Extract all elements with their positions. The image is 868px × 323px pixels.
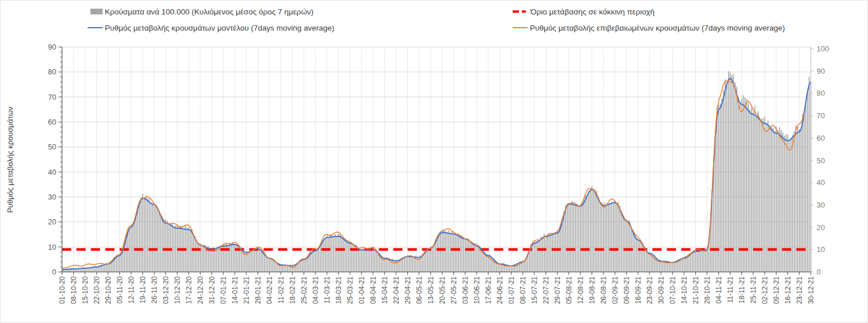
y-right-tick-label: 60 bbox=[817, 134, 825, 142]
daily-bar bbox=[331, 234, 332, 272]
daily-bar bbox=[164, 223, 165, 272]
daily-bar bbox=[619, 205, 620, 272]
x-tick-label: 21-10-21 bbox=[692, 276, 700, 304]
daily-bar bbox=[344, 241, 346, 272]
daily-bar bbox=[475, 243, 476, 272]
daily-bar bbox=[794, 132, 795, 272]
daily-bar bbox=[803, 111, 805, 272]
daily-bar bbox=[249, 251, 251, 272]
y-right-tick-label: 30 bbox=[817, 201, 825, 209]
daily-bar bbox=[308, 257, 309, 272]
daily-bar bbox=[348, 243, 349, 272]
x-tick-label: 15-04-21 bbox=[381, 276, 389, 304]
daily-bar bbox=[537, 242, 539, 272]
daily-bar bbox=[753, 112, 754, 272]
daily-bar bbox=[676, 261, 677, 272]
daily-bar bbox=[786, 134, 787, 272]
daily-bar bbox=[389, 260, 390, 272]
daily-bar bbox=[607, 205, 608, 272]
daily-bar bbox=[169, 223, 170, 272]
daily-bar bbox=[657, 260, 658, 272]
daily-bar bbox=[723, 90, 724, 272]
daily-bar bbox=[156, 205, 157, 272]
x-axis: 01-10-2008-10-2015-10-2022-10-2029-10-20… bbox=[58, 272, 815, 305]
daily-bar bbox=[540, 236, 541, 272]
plot-area: 01-10-2008-10-2015-10-2022-10-2029-10-20… bbox=[1, 1, 868, 323]
daily-bar bbox=[320, 245, 321, 272]
daily-bar bbox=[242, 251, 244, 272]
daily-bar bbox=[534, 242, 535, 272]
daily-bar bbox=[590, 191, 591, 272]
x-tick-label: 18-03-21 bbox=[335, 276, 343, 304]
daily-bar bbox=[615, 201, 616, 272]
y-left-tick-label: 10 bbox=[48, 243, 56, 251]
daily-bar bbox=[638, 239, 639, 272]
daily-bar bbox=[616, 202, 617, 272]
y-left-tick-label: 0 bbox=[52, 268, 56, 276]
x-tick-label: 26-11-20 bbox=[150, 276, 158, 303]
y-right-tick-label: 70 bbox=[817, 111, 825, 120]
daily-bar bbox=[630, 220, 631, 272]
daily-bar bbox=[445, 231, 446, 272]
daily-bar bbox=[740, 103, 741, 272]
daily-bar bbox=[134, 221, 135, 272]
daily-bar bbox=[203, 246, 204, 272]
daily-bar bbox=[365, 250, 366, 272]
daily-bar bbox=[496, 263, 497, 272]
daily-bar bbox=[91, 268, 92, 272]
y-left-tick-label: 40 bbox=[48, 168, 56, 176]
legend-label-model: Ρυθμός μεταβολής κρουσμάτων μοντέλου (7d… bbox=[105, 24, 335, 32]
x-tick-label: 14-10-21 bbox=[680, 276, 688, 304]
daily-bar bbox=[305, 259, 306, 272]
daily-bar bbox=[417, 258, 418, 272]
threshold-legend-marker bbox=[513, 10, 528, 13]
daily-bar bbox=[596, 191, 597, 272]
x-tick-label: 12-08-21 bbox=[577, 276, 585, 304]
x-tick-label: 06-05-21 bbox=[415, 276, 423, 304]
daily-bar bbox=[609, 204, 611, 272]
daily-bar bbox=[275, 263, 276, 272]
daily-bar bbox=[317, 248, 318, 272]
daily-bar bbox=[749, 109, 751, 272]
daily-bar bbox=[343, 239, 344, 272]
daily-bar bbox=[103, 265, 104, 272]
x-tick-label: 11-03-21 bbox=[323, 276, 331, 303]
y-right-tick-label: 0 bbox=[817, 268, 821, 276]
daily-bar bbox=[766, 124, 767, 272]
x-tick-label: 30-12-21 bbox=[807, 276, 815, 304]
daily-bar bbox=[792, 135, 793, 272]
y-left-tick-label: 20 bbox=[48, 217, 56, 226]
y-axis-title: Ρυθμός μεταβολής κρουσμάτων bbox=[4, 47, 16, 273]
x-tick-label: 01-10-20 bbox=[58, 276, 66, 304]
legend-label-confirmed: Ρυθμός μεταβολής επιβεβαιωμένων κρουσμάτ… bbox=[530, 24, 785, 32]
x-tick-label: 27-05-21 bbox=[450, 276, 458, 304]
daily-bar bbox=[807, 91, 808, 272]
daily-bar bbox=[407, 255, 408, 272]
x-tick-label: 29-04-21 bbox=[404, 276, 412, 304]
daily-bar bbox=[601, 202, 602, 272]
daily-bar bbox=[457, 234, 458, 272]
daily-bar bbox=[261, 249, 262, 272]
daily-bar bbox=[384, 258, 385, 272]
daily-bar bbox=[216, 247, 217, 272]
daily-bar bbox=[444, 230, 445, 272]
x-tick-label: 20-05-21 bbox=[438, 276, 446, 304]
daily-bar bbox=[282, 265, 283, 272]
daily-bar bbox=[359, 250, 361, 272]
daily-bar bbox=[787, 135, 789, 272]
daily-bar bbox=[628, 221, 629, 272]
daily-bar bbox=[160, 216, 161, 272]
daily-bar bbox=[79, 269, 81, 272]
x-tick-label: 13-05-21 bbox=[427, 276, 435, 304]
daily-bar bbox=[173, 228, 175, 272]
daily-bar bbox=[274, 260, 275, 272]
confirmed-line-path bbox=[62, 81, 805, 268]
daily-bar bbox=[358, 250, 359, 272]
daily-bar bbox=[405, 257, 407, 272]
x-tick-label: 29-10-20 bbox=[104, 276, 112, 304]
x-tick-label: 01-04-21 bbox=[358, 276, 366, 304]
daily-bar bbox=[415, 256, 416, 272]
daily-bar bbox=[139, 202, 140, 272]
daily-bar bbox=[529, 251, 530, 272]
daily-bar bbox=[692, 252, 693, 272]
